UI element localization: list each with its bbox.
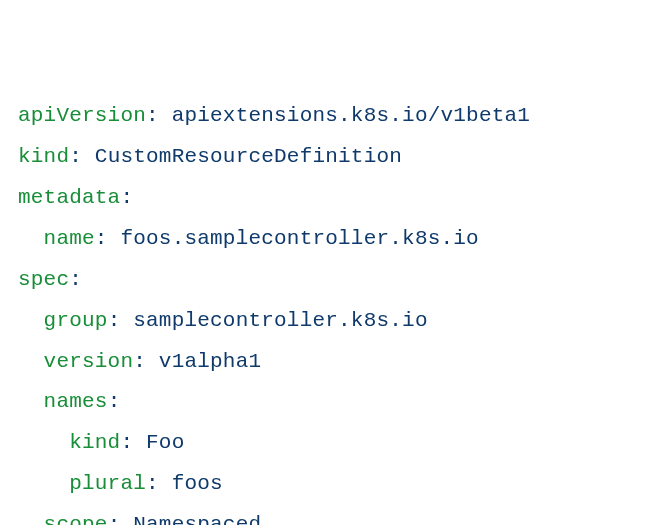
yaml-key: kind: [18, 145, 69, 168]
yaml-code-block: apiVersion: apiextensions.k8s.io/v1beta1…: [18, 96, 633, 525]
yaml-line: plural: foos: [18, 472, 223, 495]
yaml-key: plural: [69, 472, 146, 495]
yaml-sep: :: [108, 390, 121, 413]
yaml-value: v1alpha1: [159, 350, 261, 373]
yaml-key: metadata: [18, 186, 120, 209]
yaml-key: version: [44, 350, 134, 373]
yaml-sep: :: [69, 145, 95, 168]
yaml-indent: [18, 431, 69, 454]
yaml-sep: :: [108, 309, 134, 332]
yaml-key: kind: [69, 431, 120, 454]
yaml-sep: :: [69, 268, 82, 291]
yaml-sep: :: [120, 431, 146, 454]
yaml-line: spec:: [18, 268, 82, 291]
yaml-line: name: foos.samplecontroller.k8s.io: [18, 227, 479, 250]
yaml-indent: [18, 309, 44, 332]
yaml-sep: :: [146, 104, 172, 127]
yaml-line: metadata:: [18, 186, 133, 209]
yaml-key: scope: [44, 513, 108, 525]
yaml-indent: [18, 390, 44, 413]
yaml-line: kind: CustomResourceDefinition: [18, 145, 402, 168]
yaml-line: kind: Foo: [18, 431, 184, 454]
yaml-indent: [18, 227, 44, 250]
yaml-key: spec: [18, 268, 69, 291]
yaml-line: version: v1alpha1: [18, 350, 261, 373]
yaml-line: apiVersion: apiextensions.k8s.io/v1beta1: [18, 104, 530, 127]
yaml-indent: [18, 513, 44, 525]
yaml-key: group: [44, 309, 108, 332]
yaml-value: Namespaced: [133, 513, 261, 525]
yaml-value: foos: [172, 472, 223, 495]
yaml-sep: :: [95, 227, 121, 250]
yaml-sep: :: [120, 186, 133, 209]
yaml-line: names:: [18, 390, 120, 413]
yaml-indent: [18, 350, 44, 373]
yaml-sep: :: [133, 350, 159, 373]
yaml-value: CustomResourceDefinition: [95, 145, 402, 168]
yaml-indent: [18, 472, 69, 495]
yaml-line: scope: Namespaced: [18, 513, 261, 525]
yaml-key: names: [44, 390, 108, 413]
yaml-value: foos.samplecontroller.k8s.io: [120, 227, 478, 250]
yaml-line: group: samplecontroller.k8s.io: [18, 309, 428, 332]
yaml-sep: :: [146, 472, 172, 495]
yaml-key: name: [44, 227, 95, 250]
yaml-value: apiextensions.k8s.io/v1beta1: [172, 104, 530, 127]
yaml-sep: :: [108, 513, 134, 525]
yaml-key: apiVersion: [18, 104, 146, 127]
yaml-value: Foo: [146, 431, 184, 454]
yaml-value: samplecontroller.k8s.io: [133, 309, 427, 332]
